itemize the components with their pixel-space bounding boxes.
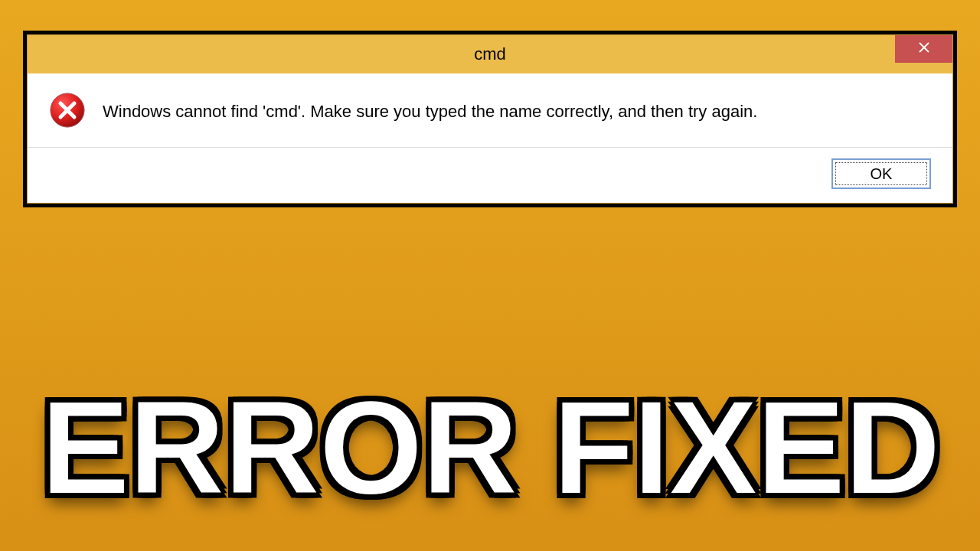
window-title: cmd: [474, 44, 506, 64]
dialog-body: Windows cannot find 'cmd'. Make sure you…: [28, 73, 952, 203]
ok-button[interactable]: OK: [831, 158, 931, 189]
dialog-window: cmd: [23, 31, 957, 207]
dialog-frame: cmd: [27, 34, 953, 204]
error-message: Windows cannot find 'cmd'. Make sure you…: [103, 101, 757, 123]
titlebar[interactable]: cmd: [28, 35, 952, 73]
overlay-caption: ERROR FIXED: [41, 370, 939, 524]
error-icon: [49, 92, 86, 132]
close-icon: [918, 41, 930, 57]
close-button[interactable]: [895, 35, 952, 63]
button-row: OK: [49, 148, 931, 189]
message-row: Windows cannot find 'cmd'. Make sure you…: [49, 92, 931, 147]
